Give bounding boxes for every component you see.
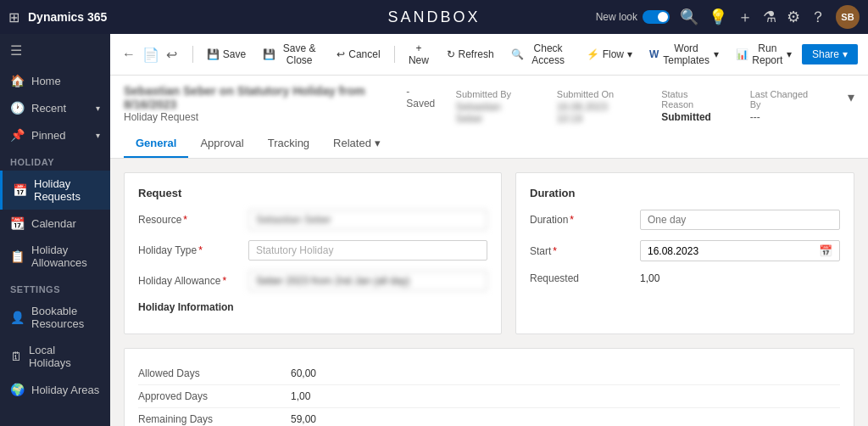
sidebar-areas-label: Holiday Areas [31, 384, 99, 396]
new-button[interactable]: + New [401, 39, 436, 70]
sidebar-item-local-holidays[interactable]: 🗓 Local Holidays [0, 337, 110, 376]
nav-right: New look 🔍 💡 ＋ ⚗ ⚙ ？ SB [596, 5, 860, 29]
tab-general[interactable]: General [124, 130, 188, 158]
resource-label: Resource* [138, 214, 248, 226]
record-title: Sebastian Seber on Statutory Holiday fro… [124, 84, 399, 111]
waffle-icon[interactable]: ⊞ [8, 9, 19, 25]
holiday-areas-icon: 🌍 [10, 383, 25, 396]
app-name: Dynamics 365 [28, 10, 107, 24]
record-icon-button[interactable]: 📄 [141, 45, 161, 64]
save-button[interactable]: 💾 Save [200, 45, 253, 64]
main-form-row: Request Resource* Sebastian Seber Holida… [124, 172, 854, 334]
sidebar-item-holiday-areas[interactable]: 🌍 Holiday Areas [0, 376, 110, 403]
status-reason-value: Submitted [661, 111, 715, 123]
sidebar-item-pinned[interactable]: 📌 Pinned ▾ [0, 121, 110, 149]
duration-section-title: Duration [530, 187, 840, 199]
tab-bar: General Approval Tracking Related ▾ [124, 130, 854, 158]
start-field-row: Start* 📅 [530, 240, 840, 261]
save-close-button[interactable]: 💾 Save & Close [256, 39, 326, 70]
flow-button[interactable]: ⚡ Flow ▾ [580, 45, 639, 64]
check-access-button[interactable]: 🔍 Check Access [504, 39, 576, 70]
recent-icon: 🕐 [10, 101, 25, 115]
holiday-type-field-row: Holiday Type* Statutory Holiday [138, 240, 487, 261]
holiday-allowance-input[interactable]: Seber 2023 from 2nd Jan (all day) [248, 271, 487, 291]
submitted-on-value: 16.08.2023 10:19 [557, 101, 627, 125]
save-label: Save [223, 48, 246, 60]
new-look-toggle[interactable]: New look [596, 10, 670, 24]
start-date-input[interactable]: 📅 [640, 240, 840, 261]
word-templates-button[interactable]: W Word Templates ▾ [643, 39, 726, 70]
command-bar: ← 📄 ↩ 💾 Save 💾 Save & Close ↩ Cancel + N… [110, 34, 868, 76]
bookable-resources-icon: 👤 [10, 311, 25, 324]
back-button[interactable]: ← [120, 45, 137, 64]
expand-header-button[interactable]: ▾ [848, 89, 854, 105]
save-icon: 💾 [207, 48, 220, 60]
search-icon[interactable]: 🔍 [680, 8, 698, 26]
last-changed-by-value: --- [750, 111, 814, 123]
hamburger-icon[interactable]: ☰ [0, 34, 110, 67]
refresh-button[interactable]: ↻ Refresh [440, 45, 501, 64]
tab-tracking[interactable]: Tracking [256, 130, 321, 158]
settings-icon[interactable]: ⚙ [787, 8, 800, 26]
duration-input[interactable] [640, 210, 840, 230]
report-chevron-icon: ▾ [787, 48, 792, 60]
page-header: Sebastian Seber on Statutory Holiday fro… [110, 76, 868, 159]
flow-label: Flow [603, 48, 624, 60]
cancel-button[interactable]: ↩ Cancel [330, 45, 387, 64]
sidebar-item-holiday-requests[interactable]: 📅 Holiday Requests [0, 171, 110, 210]
requested-value: 1,00 [640, 272, 840, 284]
saved-badge: - Saved [406, 86, 438, 109]
resource-field-row: Resource* Sebastian Seber [138, 210, 487, 230]
new-label: + New [408, 42, 429, 66]
lightbulb-icon[interactable]: 💡 [709, 8, 727, 26]
sidebar-item-holiday-allowances[interactable]: 📋 Holiday Allowances [0, 237, 110, 276]
main-layout: ☰ 🏠 Home 🕐 Recent ▾ 📌 Pinned ▾ Holiday 📅… [0, 34, 868, 426]
separator-2 [394, 46, 395, 63]
start-date-text[interactable] [648, 245, 819, 257]
sidebar-item-recent[interactable]: 🕐 Recent ▾ [0, 94, 110, 121]
resource-required: * [183, 214, 187, 226]
save-close-icon: 💾 [263, 48, 275, 60]
tab-related[interactable]: Related ▾ [321, 130, 392, 158]
header-right: Submitted By Sebastian Seber Submitted O… [456, 89, 854, 125]
calendar-icon[interactable]: 📅 [819, 244, 832, 257]
holiday-allowance-value: Seber 2023 from 2nd Jan (all day) [248, 271, 487, 291]
filter-icon[interactable]: ⚗ [763, 8, 776, 26]
sidebar-item-calendar[interactable]: 📆 Calendar [0, 210, 110, 237]
top-navigation: ⊞ Dynamics 365 SANDBOX New look 🔍 💡 ＋ ⚗ … [0, 0, 868, 34]
help-icon[interactable]: ？ [810, 7, 826, 27]
related-chevron-icon: ▾ [375, 137, 381, 149]
toggle-switch[interactable] [643, 10, 670, 24]
sidebar-home-label: Home [31, 75, 61, 87]
resource-input[interactable]: Sebastian Seber [248, 210, 487, 230]
avatar[interactable]: SB [836, 5, 860, 29]
add-icon[interactable]: ＋ [737, 7, 753, 27]
holiday-type-required: * [198, 244, 203, 256]
sidebar-item-home[interactable]: 🏠 Home [0, 67, 110, 94]
separator-1 [192, 46, 193, 63]
requested-field-row: Requested 1,00 [530, 272, 840, 284]
requested-label: Requested [530, 272, 640, 284]
settings-section-label: Settings [0, 276, 110, 298]
share-button[interactable]: Share ▾ [802, 44, 858, 64]
flow-icon: ⚡ [587, 48, 599, 60]
run-report-button[interactable]: 📊 Run Report ▾ [729, 39, 798, 70]
record-title-area: Sebastian Seber on Statutory Holiday fro… [124, 84, 439, 130]
forward-replay-button[interactable]: ↩ [164, 45, 179, 64]
sandbox-title: SANDBOX [387, 8, 480, 26]
holiday-type-value: Statutory Holiday [248, 240, 487, 261]
allowances-icon: 📋 [10, 249, 25, 263]
stats-row-approved: Approved Days 1,00 [138, 385, 840, 408]
cmd-right: Share ▾ [802, 44, 858, 64]
holiday-type-text: Statutory Holiday [256, 244, 333, 256]
sidebar-item-bookable-resources[interactable]: 👤 Bookable Resources [0, 298, 110, 337]
duration-value [640, 210, 840, 230]
pin-icon: 📌 [10, 128, 25, 142]
holiday-type-input[interactable]: Statutory Holiday [248, 240, 487, 261]
sidebar-bookable-label: Bookable Resources [31, 305, 100, 330]
sidebar-holiday-requests-label: Holiday Requests [34, 177, 100, 203]
tab-approval[interactable]: Approval [188, 130, 255, 158]
word-icon: W [649, 48, 659, 60]
holiday-allowance-field-row: Holiday Allowance* Seber 2023 from 2nd J… [138, 271, 487, 291]
submitted-by-label: Submitted By [456, 89, 523, 99]
